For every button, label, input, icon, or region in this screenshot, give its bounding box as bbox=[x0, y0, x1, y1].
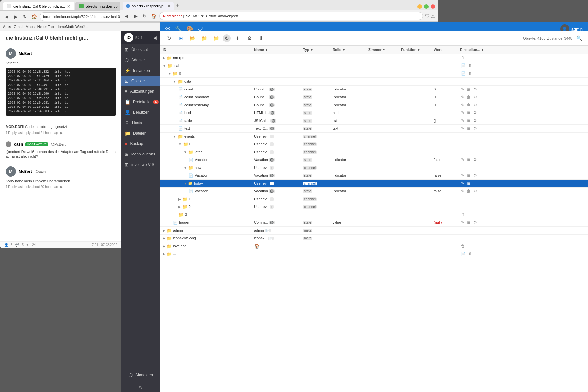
home-button[interactable]: 🏠 bbox=[30, 13, 38, 20]
sidebar-item-vis[interactable]: ⊞ invontwo VIS bbox=[121, 159, 160, 170]
table-row[interactable]: 📁3 🗑 bbox=[160, 211, 588, 219]
expand-icon[interactable]: ▶ bbox=[178, 197, 181, 201]
delete-icon[interactable]: 🗑 bbox=[467, 251, 473, 256]
edit-icon[interactable]: ✎ bbox=[460, 87, 465, 92]
expand-icon[interactable]: ▼ bbox=[173, 80, 176, 83]
table-row-selected[interactable]: ▼📁today User ev... ↕ channel ✎🗑 bbox=[160, 179, 588, 187]
expand-icon[interactable]: ▼ bbox=[184, 150, 187, 154]
delete-icon[interactable]: 🗑 bbox=[460, 212, 466, 217]
add-object-button[interactable]: + bbox=[233, 33, 242, 43]
search-button[interactable]: 🔍 bbox=[574, 33, 584, 43]
delete-icon[interactable]: 🗑 bbox=[466, 110, 472, 115]
second-close-button[interactable] bbox=[431, 4, 435, 9]
edit-icon[interactable]: ✎ bbox=[460, 110, 465, 115]
edit-icon[interactable]: ✎ bbox=[460, 94, 465, 100]
second-shield-icon[interactable]: 🛡 bbox=[425, 13, 430, 19]
expand-icon[interactable]: ▶ bbox=[163, 244, 165, 248]
second-alert-icon[interactable]: ⚠ bbox=[431, 13, 435, 19]
delete-icon[interactable]: 🗑 bbox=[466, 220, 472, 225]
sidebar-item-enums[interactable]: ≡ Aufzählungen bbox=[121, 86, 160, 97]
delete-icon[interactable]: 🗑 bbox=[466, 94, 472, 100]
refresh-button[interactable]: ↻ bbox=[164, 33, 174, 43]
expand-icon[interactable]: ▶ bbox=[163, 229, 165, 232]
delete-icon[interactable]: 🗑 bbox=[460, 55, 466, 60]
expand-icon[interactable]: ▼ bbox=[173, 135, 176, 138]
icon-btn[interactable]: 📄 bbox=[460, 251, 467, 256]
table-row[interactable]: ▶📁lovelace 🏠 🗑 bbox=[160, 242, 588, 250]
col-header-role[interactable]: Rolle ▼ bbox=[330, 46, 366, 54]
table-row[interactable]: 📄Vacation Vacation 🔘 state indicator fal… bbox=[160, 187, 588, 195]
bookmark-neuer-tab[interactable]: Neuer Tab bbox=[37, 25, 54, 29]
second-address-bar[interactable]: Nicht sicher | 192.168.178.31:8081/#tab-… bbox=[159, 12, 423, 20]
delete-icon[interactable]: 🗑 bbox=[467, 71, 473, 76]
bookmark-homemat[interactable]: HomeMatic WebJ... bbox=[56, 25, 88, 29]
edit-icon[interactable]: ✎ bbox=[460, 157, 465, 162]
grid-view-button[interactable]: ⊞ bbox=[176, 33, 186, 43]
reload-button[interactable]: ↻ bbox=[21, 13, 28, 20]
second-back-button[interactable]: ◀ bbox=[123, 12, 130, 20]
delete-icon[interactable]: 🗑 bbox=[466, 126, 472, 131]
second-forward-button[interactable]: ▶ bbox=[132, 12, 139, 20]
gear-icon[interactable]: ⚙ bbox=[472, 126, 478, 131]
col-header-name[interactable]: Name ▼ bbox=[252, 46, 301, 54]
post1-select-all[interactable]: Select all bbox=[6, 61, 116, 66]
edit-icon[interactable]: ✎ bbox=[460, 181, 465, 186]
table-row[interactable]: ▼📁ical 📄🗑 bbox=[160, 62, 588, 70]
sidebar-item-backup[interactable]: ● Backup bbox=[121, 139, 160, 149]
gear-icon[interactable]: ⚙ bbox=[472, 220, 478, 225]
table-row[interactable]: ▶📁... 📄🗑 bbox=[160, 250, 588, 258]
table-row[interactable]: 📄Vacation Vacation 🔘 state indicator fal… bbox=[160, 172, 588, 179]
delete-icon[interactable]: 🗑 bbox=[466, 102, 472, 107]
filter-folder-button[interactable]: 📁 bbox=[211, 33, 221, 43]
info-icon[interactable]: 📄 bbox=[460, 63, 467, 68]
edit-icon[interactable]: ✎ bbox=[460, 126, 465, 131]
gear-icon[interactable]: ⚙ bbox=[472, 188, 478, 194]
table-row[interactable]: 📄countYesterday Count ... 🔘 state indica… bbox=[160, 101, 588, 109]
expand-icon[interactable]: ▼ bbox=[163, 64, 166, 68]
table-row[interactable]: ▼📁0 User ev... ↕ channel bbox=[160, 140, 588, 148]
sidebar-edit[interactable]: ✎ bbox=[121, 383, 160, 392]
edit-icon[interactable]: ✎ bbox=[460, 118, 465, 123]
delete-icon[interactable]: 🗑 bbox=[466, 188, 472, 194]
expand-icon[interactable]: ▶ bbox=[163, 56, 165, 60]
table-row[interactable]: ▼📁events User ev... ↕ channel bbox=[160, 132, 588, 140]
expand-icon[interactable]: ▼ bbox=[168, 72, 171, 75]
edit-icon[interactable]: ✎ bbox=[139, 385, 142, 390]
expand-icon[interactable]: ▼ bbox=[184, 166, 187, 170]
table-row[interactable]: ▶📁icons-mfd-ong icons-... 📄 meta bbox=[160, 234, 588, 242]
second-tab-objects[interactable]: objects - raspberrypi ✕ bbox=[123, 2, 174, 10]
col-header-function[interactable]: Funktion ▼ bbox=[399, 46, 431, 54]
second-minimize-button[interactable] bbox=[417, 4, 422, 9]
expand-icon[interactable]: ▼ bbox=[178, 142, 182, 146]
delete-icon[interactable]: 🗑 bbox=[466, 181, 472, 186]
gear-icon[interactable]: ⚙ bbox=[472, 157, 478, 162]
col-header-settings[interactable]: Einstellun... ▼ bbox=[457, 46, 588, 54]
table-row[interactable]: ▼📁now User ev... ↕ channel bbox=[160, 164, 588, 172]
tab-forum-close[interactable]: ✕ bbox=[67, 4, 71, 9]
gear-icon[interactable]: ⚙ bbox=[472, 110, 478, 115]
sidebar-item-users[interactable]: 👤 Benutzer bbox=[121, 107, 160, 118]
table-row[interactable]: ▶📁admin admin 📄 meta bbox=[160, 226, 588, 234]
table-row[interactable]: ▶📁hm rpc 🗑 bbox=[160, 54, 588, 62]
edit-icon[interactable]: ✎ bbox=[460, 173, 465, 178]
table-row[interactable]: 📄table JS iCal ... 🔘 state list [] ✎🗑⚙ bbox=[160, 117, 588, 124]
col-header-type[interactable]: Typ ▼ bbox=[301, 46, 330, 54]
gear-icon[interactable]: ⚙ bbox=[472, 87, 478, 92]
info-icon[interactable]: 📄 bbox=[460, 71, 467, 76]
table-row[interactable]: 📄text Text iC... 🔘 state text ✎🗑⚙ bbox=[160, 124, 588, 132]
bookmark-gmail[interactable]: Gmail bbox=[14, 25, 23, 29]
table-row[interactable]: ▶📁1 User ev... ↕ channel bbox=[160, 195, 588, 203]
expand-icon[interactable]: ▶ bbox=[163, 252, 165, 256]
table-row[interactable]: 📄Vacation Vacation 🔘 state indicator fal… bbox=[160, 156, 588, 164]
expand-icon[interactable]: ▶ bbox=[163, 237, 165, 240]
delete-icon[interactable]: 🗑 bbox=[466, 87, 472, 92]
table-row[interactable]: ▼📁later User ev... ↕ channel bbox=[160, 148, 588, 156]
tab-forum[interactable]: die Instanz iCal 0 bleibt nich: g... ✕ bbox=[3, 2, 74, 10]
expand-icon[interactable]: ▼ bbox=[184, 182, 187, 185]
delete-icon[interactable]: 🗑 bbox=[460, 243, 466, 249]
gear-icon[interactable]: ⚙ bbox=[472, 102, 478, 107]
second-home-button[interactable]: 🏠 bbox=[150, 12, 157, 20]
sidebar-item-logout[interactable]: ⬡ Abmelden bbox=[125, 370, 156, 380]
bookmark-apps[interactable]: Apps bbox=[3, 25, 11, 29]
expand-icon[interactable]: ▶ bbox=[178, 205, 181, 209]
